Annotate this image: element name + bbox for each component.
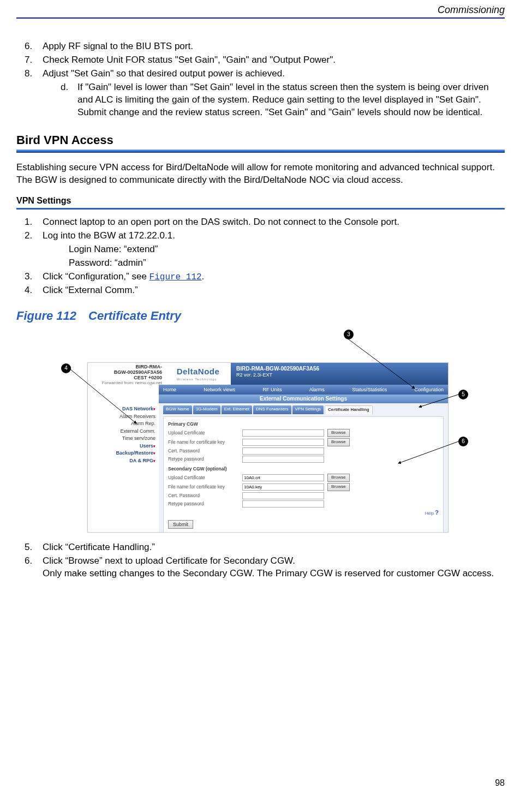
heading-vpn-settings: VPN Settings: [16, 195, 505, 207]
bgw-page-title: External Communication Settings: [159, 395, 448, 403]
sidebar-da-rpg[interactable]: DA & RPG▾: [91, 457, 156, 465]
step-6b: Click “Browse” next to upload Certificat…: [35, 555, 505, 580]
vpn-intro-paragraph: Establishing secure VPN access for Bird/…: [16, 162, 505, 187]
heading-rule: [16, 150, 505, 153]
certificate-panel: Primary CGW Upload Certificate Browse Fi…: [163, 416, 444, 533]
bgw-title-bar: BIRD-RMA-BGW-002590AF3A56 R2 ver. 2.3i-E…: [231, 363, 448, 385]
figure-caption: Figure 112 Certificate Entry: [16, 308, 505, 324]
bgw-main-nav: Home Network views RF Units Alarms Statu…: [159, 385, 448, 395]
page-number: 98: [495, 777, 505, 789]
input-secondary-retype[interactable]: [242, 500, 324, 508]
nav-rf-units[interactable]: RF Units: [263, 386, 282, 393]
lbl-primary-upload: Upload Certificate: [168, 430, 239, 436]
help-link[interactable]: Help?: [168, 509, 439, 517]
lbl-primary-keyfile: File name for certificate key: [168, 439, 239, 445]
step-8: Adjust "Set Gain" so that desired output…: [35, 68, 505, 119]
tab-vpn-settings[interactable]: VPN Settings: [292, 405, 324, 414]
figure-112-link[interactable]: Figure 112: [150, 272, 202, 282]
brand-name: DeltaNode: [177, 366, 220, 377]
brand-sub: Wireless Technology: [177, 377, 220, 381]
vpn-step-3-post: .: [202, 271, 205, 282]
step-6b-line2: Only make setting changes to the Seconda…: [43, 568, 494, 578]
bgw-sidebar: DAS Network▾ Alarm Receivers Alarm Rep. …: [88, 403, 159, 532]
tab-ext-ethernet[interactable]: Ext. Ethernet: [222, 405, 252, 414]
step-6: Apply RF signal to the BIU BTS port.: [35, 40, 505, 53]
heading-bird-vpn-access: Bird VPN Access: [16, 132, 505, 148]
bgw-app-window: BIRD-RMA- BGW-002590AF3A56 CEST +0200 Fo…: [87, 362, 449, 533]
lbl-primary-retype: Retype password: [168, 456, 239, 462]
nav-network-views[interactable]: Network views: [204, 386, 235, 393]
help-icon: ?: [435, 509, 439, 517]
vpn-step-3-pre: Click “Configuration,” see: [43, 271, 150, 282]
vpn-step-4: Click “External Comm.”: [35, 284, 505, 297]
lbl-secondary-upload: Upload Certificate: [168, 475, 239, 481]
sidebar-backup-restore[interactable]: Backup/Restore▾: [91, 450, 156, 457]
vpn-step-2-text: Log into the BGW at 172.22.0.1.: [43, 230, 175, 241]
subheading-rule: [16, 208, 505, 210]
bgw-tabs: BGW Name 3G-Modem Ext. Ethernet DNS Forw…: [163, 405, 444, 414]
vpn-step-3: Click “Configuration,” see Figure 112.: [35, 271, 505, 284]
input-primary-upload[interactable]: [242, 429, 324, 437]
step-7: Check Remote Unit FOR status "Set Gain",…: [35, 54, 505, 67]
step-6b-line1: Click “Browse” next to upload Certificat…: [43, 556, 295, 566]
bgw-main-panel: BGW Name 3G-Modem Ext. Ethernet DNS Forw…: [159, 403, 448, 532]
sidebar-alarm-receivers[interactable]: Alarm Receivers: [91, 413, 156, 421]
header-rule: [16, 17, 505, 19]
tab-dns-forwarders[interactable]: DNS Forwarders: [253, 405, 291, 414]
tab-3g-modem[interactable]: 3G-Modem: [193, 405, 220, 414]
callout-4: 4: [61, 363, 71, 373]
lbl-secondary-certpw: Cert. Password: [168, 493, 239, 499]
vpn-step-1: Connect laptop to an open port on the DA…: [35, 216, 505, 229]
sidebar-das-network[interactable]: DAS Network▾: [91, 405, 156, 413]
step-5: Click “Certificate Handling.”: [35, 541, 505, 554]
steps-list-b: Click “Certificate Handling.” Click “Bro…: [16, 541, 505, 580]
lbl-secondary-keyfile: File name for certificate key: [168, 484, 239, 490]
browse-primary-upload[interactable]: Browse: [327, 429, 350, 437]
lbl-secondary-retype: Retype password: [168, 501, 239, 507]
substeps-d: If "Gain" level is lower than "Set Gain"…: [43, 81, 505, 119]
sidebar-users[interactable]: Users▾: [91, 443, 156, 450]
substep-d: If "Gain" level is lower than "Set Gain"…: [71, 81, 505, 119]
callout-5: 5: [458, 390, 468, 399]
figure-112: 3 4 5 6 BIRD-RMA- BGW-002590AF3A56 CEST …: [55, 330, 469, 537]
login-name-line: Login Name: “extend”: [69, 243, 505, 256]
input-primary-retype[interactable]: [242, 456, 324, 463]
input-primary-certpw[interactable]: [242, 447, 324, 455]
running-header: Commissioning: [16, 0, 505, 16]
lbl-primary-certpw: Cert. Password: [168, 448, 239, 454]
browse-secondary-upload[interactable]: Browse: [327, 474, 350, 482]
browse-primary-keyfile[interactable]: Browse: [327, 438, 350, 446]
secondary-cgw-title: Secondary CGW (optional): [168, 466, 439, 472]
nav-status-statistics[interactable]: Status/Statistics: [352, 386, 387, 393]
nav-configuration[interactable]: Configuration: [414, 386, 444, 393]
nav-alarms[interactable]: Alarms: [309, 386, 325, 393]
tab-certificate-handling[interactable]: Certificate Handling: [325, 405, 373, 414]
input-secondary-upload[interactable]: [242, 474, 324, 481]
tab-bgw-name[interactable]: BGW Name: [163, 405, 192, 414]
nav-home[interactable]: Home: [163, 386, 176, 393]
bgw-logo: DeltaNode Wireless Technology: [165, 363, 231, 385]
sidebar-time-serv-zone[interactable]: Time serv/zone: [91, 435, 156, 443]
sidebar-external-comm[interactable]: External Comm.: [91, 428, 156, 435]
input-secondary-keyfile[interactable]: [242, 483, 324, 491]
input-primary-keyfile[interactable]: [242, 439, 324, 446]
vpn-step-2: Log into the BGW at 172.22.0.1. Login Na…: [35, 230, 505, 270]
primary-cgw-title: Primary CGW: [168, 421, 439, 427]
step-8-text: Adjust "Set Gain" so that desired output…: [43, 68, 285, 79]
callout-3: 3: [344, 330, 354, 339]
vpn-steps-list: Connect laptop to an open port on the DA…: [16, 216, 505, 297]
submit-button[interactable]: Submit: [168, 520, 193, 529]
password-line: Password: “admin”: [69, 257, 505, 270]
input-secondary-certpw[interactable]: [242, 492, 324, 499]
sidebar-alarm-rep[interactable]: Alarm Rep.: [91, 420, 156, 428]
callout-6: 6: [458, 437, 468, 446]
bgw-version: R2 ver. 2.3i-EXT: [236, 372, 443, 379]
bgw-id-block: BIRD-RMA- BGW-002590AF3A56 CEST +0200 Fo…: [88, 363, 165, 385]
browse-secondary-keyfile[interactable]: Browse: [327, 483, 350, 491]
bgw-title-text: BIRD-RMA-BGW-002590AF3A56: [236, 366, 319, 372]
steps-list-a: Apply RF signal to the BIU BTS port. Che…: [16, 40, 505, 119]
